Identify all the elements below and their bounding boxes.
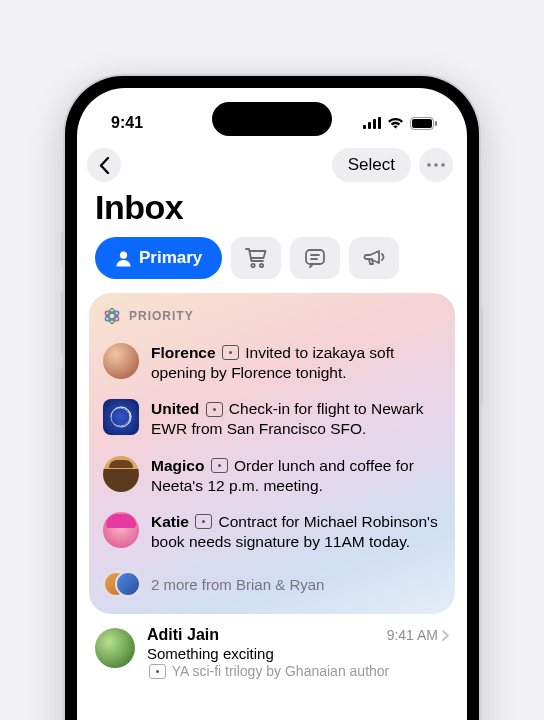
filter-primary-label: Primary xyxy=(139,248,202,268)
priority-text: Magico Order lunch and coffee for Neeta'… xyxy=(151,456,441,496)
signal-icon xyxy=(363,117,381,129)
intelligence-icon xyxy=(103,307,121,325)
email-sender: Aditi Jain xyxy=(147,626,219,644)
svg-rect-6 xyxy=(435,121,437,126)
message-icon xyxy=(304,248,326,268)
priority-more-label: 2 more from Brian & Ryan xyxy=(151,576,324,593)
summary-badge-icon xyxy=(149,664,166,679)
page-title: Inbox xyxy=(77,184,467,237)
svg-point-9 xyxy=(441,163,445,167)
screen: 9:41 Select Inbox Primary xyxy=(77,88,467,720)
filter-primary[interactable]: Primary xyxy=(95,237,222,279)
avatar xyxy=(103,399,139,435)
priority-item[interactable]: United Check-in for flight to Newark EWR… xyxy=(103,391,441,447)
svg-point-8 xyxy=(434,163,438,167)
select-button[interactable]: Select xyxy=(332,148,411,182)
side-button xyxy=(61,292,65,354)
svg-rect-1 xyxy=(368,122,371,129)
email-preview: YA sci-fi trilogy by Ghanaian author xyxy=(147,663,449,680)
side-button xyxy=(61,232,65,266)
svg-rect-5 xyxy=(412,119,432,128)
chevron-left-icon xyxy=(99,157,110,174)
priority-item[interactable]: Katie Contract for Michael Robinson's bo… xyxy=(103,504,441,560)
clock: 9:41 xyxy=(111,114,143,132)
dynamic-island xyxy=(212,102,332,136)
filter-updates[interactable] xyxy=(290,237,340,279)
back-button[interactable] xyxy=(87,148,121,182)
svg-rect-2 xyxy=(373,119,376,129)
email-time: 9:41 AM xyxy=(387,627,438,643)
svg-point-10 xyxy=(120,251,127,258)
svg-point-12 xyxy=(260,264,263,267)
ellipsis-icon xyxy=(427,163,445,167)
email-meta: 9:41 AM xyxy=(387,627,449,643)
summary-badge-icon xyxy=(206,402,223,417)
cart-icon xyxy=(245,248,267,268)
summary-badge-icon xyxy=(222,345,239,360)
side-button xyxy=(61,368,65,430)
filter-transactions[interactable] xyxy=(231,237,281,279)
nav-bar: Select xyxy=(77,142,467,184)
svg-point-7 xyxy=(427,163,431,167)
side-button xyxy=(479,306,483,406)
email-subject: Something exciting xyxy=(147,645,449,662)
svg-point-11 xyxy=(252,264,255,267)
priority-label: PRIORITY xyxy=(129,309,194,323)
priority-item[interactable]: Magico Order lunch and coffee for Neeta'… xyxy=(103,448,441,504)
avatar-stack xyxy=(103,566,139,602)
svg-rect-13 xyxy=(306,250,324,264)
filter-row: Primary xyxy=(77,237,467,293)
wifi-icon xyxy=(387,117,404,129)
priority-text: Katie Contract for Michael Robinson's bo… xyxy=(151,512,441,552)
svg-rect-3 xyxy=(378,117,381,129)
more-button[interactable] xyxy=(419,148,453,182)
megaphone-icon xyxy=(363,248,385,268)
avatar xyxy=(103,512,139,548)
priority-item[interactable]: Florence Invited to izakaya soft opening… xyxy=(103,335,441,391)
svg-rect-0 xyxy=(363,125,366,129)
status-icons xyxy=(363,117,437,130)
battery-icon xyxy=(410,117,437,130)
filter-promotions[interactable] xyxy=(349,237,399,279)
phone-frame: 9:41 Select Inbox Primary xyxy=(65,76,479,720)
person-icon xyxy=(115,250,132,267)
priority-card[interactable]: PRIORITY Florence Invited to izakaya sof… xyxy=(89,293,455,614)
chevron-right-icon xyxy=(442,630,449,641)
summary-badge-icon xyxy=(211,458,228,473)
priority-text: United Check-in for flight to Newark EWR… xyxy=(151,399,441,439)
avatar xyxy=(95,628,135,668)
avatar xyxy=(103,343,139,379)
priority-more-row[interactable]: 2 more from Brian & Ryan xyxy=(103,560,441,602)
summary-badge-icon xyxy=(195,514,212,529)
priority-text: Florence Invited to izakaya soft opening… xyxy=(151,343,441,383)
email-row[interactable]: Aditi Jain 9:41 AM Something exciting YA… xyxy=(77,614,467,680)
avatar xyxy=(103,456,139,492)
priority-header: PRIORITY xyxy=(103,307,441,325)
